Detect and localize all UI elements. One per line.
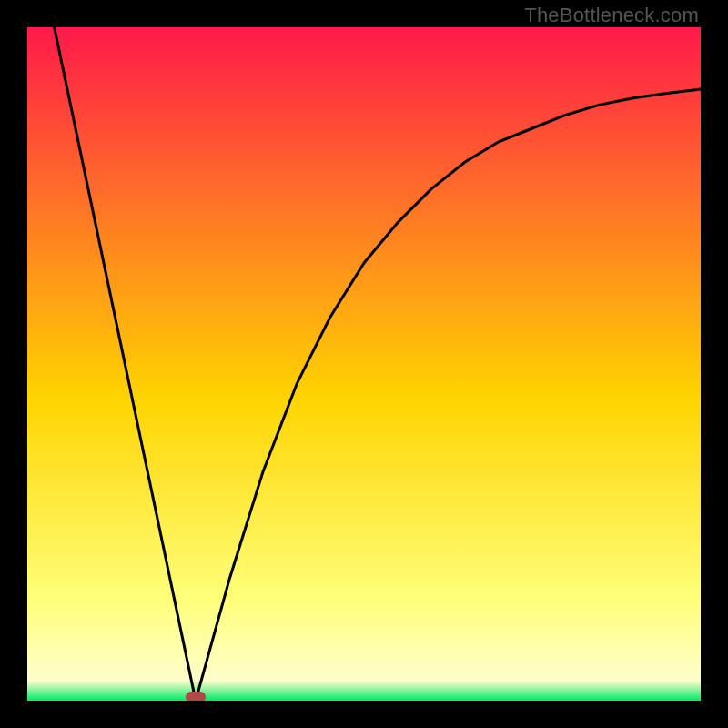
curve-plot	[27, 27, 701, 701]
bottleneck-curve	[55, 27, 701, 701]
optimal-point-marker	[186, 692, 206, 701]
chart-frame	[27, 27, 701, 701]
watermark-text: TheBottleneck.com	[524, 4, 699, 27]
